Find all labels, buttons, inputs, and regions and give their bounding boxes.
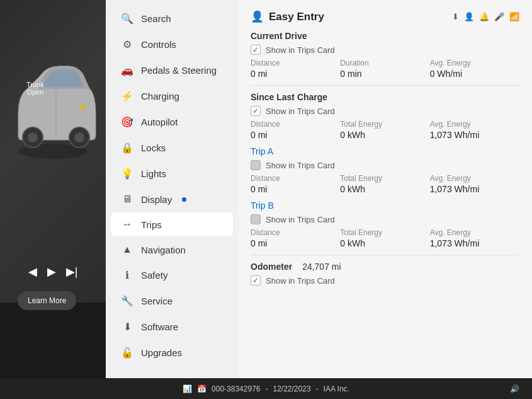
media-play-button[interactable]: ▶ <box>47 265 56 279</box>
mic-icon: 🎤 <box>494 12 504 21</box>
sidebar-item-lights[interactable]: 💡 Lights <box>111 161 233 186</box>
media-prev-button[interactable]: ◀ <box>28 265 37 279</box>
pedals-icon: 🚗 <box>121 64 133 76</box>
person-icon: 👤 <box>464 12 474 21</box>
charging-icon: ⚡ <box>121 90 133 102</box>
sidebar-item-charging[interactable]: ⚡ Charging <box>111 84 233 108</box>
trips-icon: ↔ <box>121 219 133 230</box>
sidebar-item-software[interactable]: ⬇ Software <box>111 315 233 339</box>
trunk-status: Trunk Open <box>26 81 44 96</box>
stat-ta-distance: Distance 0 mi <box>251 174 340 194</box>
sidebar-item-upgrades[interactable]: 🔓 Upgrades <box>111 340 233 365</box>
volume-icon[interactable]: 🔊 <box>510 385 519 393</box>
svg-point-2 <box>28 132 38 142</box>
stat-slc-energy: Total Energy 0 kWh <box>340 120 429 140</box>
current-drive-stats: Distance 0 mi Duration 0 min Avg. Energy… <box>251 59 519 79</box>
trip-a-checkbox[interactable] <box>251 160 261 170</box>
current-drive-checkbox[interactable]: ✓ <box>251 45 261 55</box>
bottom-bar-icon: 📊 <box>183 385 192 393</box>
trip-b-link[interactable]: Trip B <box>251 200 519 211</box>
main-panel: 🔍 Search ⚙ Controls 🚗 Pedals & Steering … <box>106 0 532 378</box>
bottom-bar-case-number: 000-38342976 <box>212 385 260 393</box>
stat-ta-avg-energy: Avg. Energy 1,073 Wh/mi <box>430 174 519 194</box>
checkmark-icon-2: ✓ <box>252 107 259 115</box>
odometer-checkbox[interactable]: ✓ <box>251 275 261 286</box>
content-area: 👤 Easy Entry ⬇ 👤 🔔 🎤 📶 Current Drive ✓ S… <box>238 0 532 378</box>
trip-b-checkbox[interactable] <box>251 214 261 224</box>
sidebar-item-navigation[interactable]: ▲ Navigation <box>111 238 233 262</box>
sidebar-item-search[interactable]: 🔍 Search <box>111 6 233 31</box>
trip-b-show-label: Show in Trips Card <box>266 215 335 224</box>
learn-more-button[interactable]: Learn More <box>18 291 76 310</box>
bottom-bar-date: 12/22/2023 <box>273 385 311 393</box>
since-last-charge-title: Since Last Charge <box>251 92 519 102</box>
bottom-bar: 📊 📅 000-38342976 - 12/22/2023 - IAA Inc.… <box>0 379 532 399</box>
stat-tb-avg-energy: Avg. Energy 1,073 Wh/mi <box>430 228 519 248</box>
bottom-bar-calendar-icon: 📅 <box>197 385 207 393</box>
bottom-bar-company: IAA Inc. <box>324 385 349 393</box>
content-topbar: 👤 Easy Entry ⬇ 👤 🔔 🎤 📶 <box>251 10 519 23</box>
trip-a-stats: Distance 0 mi Total Energy 0 kWh Avg. En… <box>251 174 519 194</box>
sidebar-item-display[interactable]: 🖥 Display <box>111 187 233 211</box>
display-dot <box>182 197 186 202</box>
bottom-bar-separator-2: - <box>316 385 319 393</box>
since-last-charge-stats: Distance 0 mi Total Energy 0 kWh Avg. En… <box>251 120 519 140</box>
divider-2 <box>251 255 519 255</box>
since-last-charge-show-row: ✓ Show in Trips Card <box>251 106 519 116</box>
lights-icon: 💡 <box>121 168 133 180</box>
sidebar-item-service[interactable]: 🔧 Service <box>111 289 233 313</box>
odometer-row: Odometer 24,707 mi <box>251 262 519 272</box>
since-last-charge-checkbox[interactable]: ✓ <box>251 106 261 116</box>
sidebar-item-trips[interactable]: ↔ Trips <box>111 212 233 236</box>
sidebar-item-pedals[interactable]: 🚗 Pedals & Steering <box>111 58 233 83</box>
sidebar-item-controls[interactable]: ⚙ Controls <box>111 32 233 57</box>
stat-col-duration: Duration 0 min <box>340 59 429 79</box>
odometer-show-row: ✓ Show in Trips Card <box>251 275 519 286</box>
current-drive-show-row: ✓ Show in Trips Card <box>251 45 519 55</box>
safety-icon: ℹ <box>121 269 133 281</box>
download-icon: ⬇ <box>452 12 459 21</box>
odometer-value: 24,707 mi <box>302 262 341 272</box>
odometer-show-label: Show in Trips Card <box>266 276 335 286</box>
service-icon: 🔧 <box>121 295 133 307</box>
bell-icon: 🔔 <box>479 12 489 21</box>
sidebar-item-safety[interactable]: ℹ Safety <box>111 263 233 287</box>
divider-1 <box>251 85 519 86</box>
stat-ta-energy: Total Energy 0 kWh <box>340 174 429 194</box>
svg-point-4 <box>74 132 84 142</box>
display-icon: 🖥 <box>121 194 133 205</box>
stat-col-avg-energy: Avg. Energy 0 Wh/mi <box>430 59 519 79</box>
sidebar-item-locks[interactable]: 🔒 Locks <box>111 136 233 160</box>
media-next-button[interactable]: ▶| <box>66 265 78 279</box>
sidebar: 🔍 Search ⚙ Controls 🚗 Pedals & Steering … <box>106 0 238 378</box>
navigation-icon: ▲ <box>121 244 133 255</box>
media-controls: ◀ ▶ ▶| <box>0 260 106 284</box>
content-header: 👤 Easy Entry <box>251 10 324 23</box>
stat-tb-distance: Distance 0 mi <box>251 228 340 248</box>
trip-b-stats: Distance 0 mi Total Energy 0 kWh Avg. En… <box>251 228 519 248</box>
odometer-label: Odometer <box>251 262 292 272</box>
current-drive-title: Current Drive <box>251 31 519 41</box>
locks-icon: 🔒 <box>121 142 133 154</box>
stat-col-distance: Distance 0 mi <box>251 59 340 79</box>
trip-a-show-row: Show in Trips Card <box>251 160 519 170</box>
trip-a-link[interactable]: Trip A <box>251 146 519 156</box>
autopilot-icon: 🎯 <box>121 116 133 128</box>
svg-text:⚡: ⚡ <box>77 102 88 113</box>
software-icon: ⬇ <box>121 321 133 333</box>
upgrades-icon: 🔓 <box>121 347 133 359</box>
trip-b-show-row: Show in Trips Card <box>251 214 519 224</box>
stat-tb-energy: Total Energy 0 kWh <box>340 228 429 248</box>
signal-icon: 📶 <box>509 12 519 21</box>
stat-slc-avg-energy: Avg. Energy 1,073 Wh/mi <box>430 120 519 140</box>
controls-icon: ⚙ <box>121 38 133 50</box>
since-last-charge-show-label: Show in Trips Card <box>266 107 335 116</box>
checkmark-icon-3: ✓ <box>252 276 259 285</box>
user-icon: 👤 <box>251 10 264 23</box>
car-background: ⚡ Trunk Open Learn More ◀ ▶ ▶| <box>0 0 106 303</box>
search-icon: 🔍 <box>121 13 133 25</box>
status-icons: ⬇ 👤 🔔 🎤 📶 <box>452 12 519 21</box>
stat-slc-distance: Distance 0 mi <box>251 120 340 140</box>
sidebar-item-autopilot[interactable]: 🎯 Autopilot <box>111 110 233 134</box>
current-drive-show-label: Show in Trips Card <box>266 45 335 55</box>
